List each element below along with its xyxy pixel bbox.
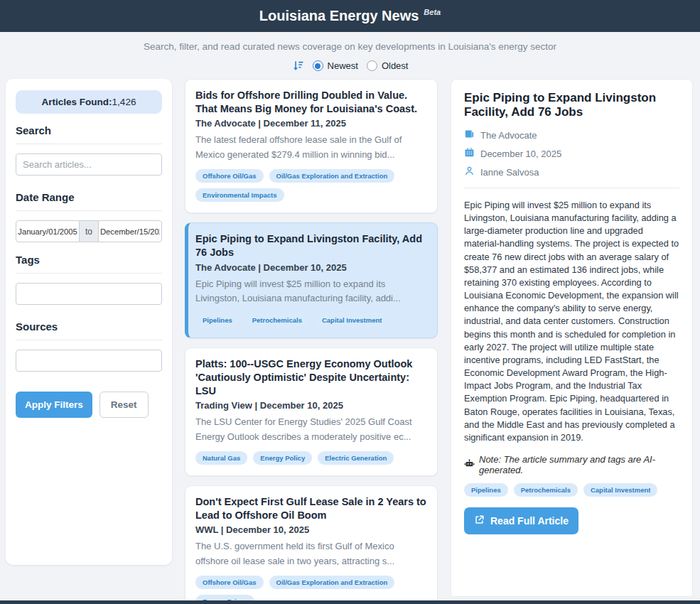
tag-pill: Oil/Gas Exploration and Extraction [269,169,395,183]
detail-title: Epic Piping to Expand Livingston Facilit… [464,91,679,119]
radio-oldest-control[interactable] [367,60,377,71]
article-card[interactable]: Bids for Offshore Drilling Doubled in Va… [185,79,438,213]
sources-input[interactable] [16,350,162,372]
article-card-title: Don't Expect First Gulf Lease Sale in 2 … [195,495,427,522]
person-icon [464,166,475,178]
tag-pill: Petrochemicals [514,483,578,497]
reset-button[interactable]: Reset [99,392,149,418]
sources-section: Sources [16,320,162,383]
article-card-title: Platts: 100--USGC Energy Economy Outlook… [195,357,427,398]
detail-date-row: December 10, 2025 [464,147,679,160]
tag-pill: Capital Investment [583,483,657,497]
search-section: Search [16,124,162,187]
article-card-summary: Epic Piping will invest $25 million to e… [195,277,427,306]
article-card[interactable]: Don't Expect First Gulf Lease Sale in 2 … [185,485,438,604]
tag-pill: Oil/Gas Exploration and Extraction [269,576,395,589]
tag-pill: Pipelines [464,483,508,497]
detail-body: Epic Piping will invest $25 million to e… [464,199,679,444]
section-divider [16,273,162,274]
detail-source-row: The Advocate [464,129,679,141]
filters-sidebar: Articles Found:1,426 Search Date Range t… [6,79,172,565]
article-card[interactable]: Platts: 100--USGC Energy Economy Outlook… [185,347,438,476]
tags-section: Tags [16,254,162,316]
detail-source: The Advocate [480,130,537,141]
detail-tags: PipelinesPetrochemicalsCapital Investmen… [464,483,679,497]
article-card-meta: The Advocate | December 10, 2025 [195,262,427,273]
detail-author-row: Ianne Salvosa [464,166,679,178]
tag-pill: Offshore Oil/Gas [195,169,264,183]
article-card-tags: Offshore Oil/GasOil/Gas Exploration and … [195,169,427,202]
article-card-meta: WWL | December 10, 2025 [195,524,427,535]
article-list[interactable]: Bids for Offshore Drilling Doubled in Va… [185,79,438,604]
date-from-input[interactable] [16,220,80,242]
sort-newest-label: Newest [328,60,358,71]
tags-heading: Tags [16,254,162,266]
robot-icon [464,458,475,471]
detail-divider [464,188,679,188]
search-heading: Search [16,124,162,136]
tag-pill: Energy Policy [253,451,312,465]
date-to-input[interactable] [98,220,162,242]
read-full-article-label: Read Full Article [490,515,569,527]
sources-heading: Sources [16,320,162,333]
tag-pill: Petrochemicals [245,313,309,327]
filter-buttons: Apply Filters Reset [16,392,162,418]
article-card-title: Bids for Offshore Drilling Doubled in Va… [195,89,427,116]
tag-pill: Environmental Impacts [195,188,284,202]
date-range-heading: Date Range [16,191,162,203]
sort-amount-down-icon [292,60,304,72]
calendar-icon [464,147,475,160]
article-card-summary: The LSU Center for Energy Studies' 2025 … [195,415,427,444]
tag-pill: Offshore Oil/Gas [195,576,264,589]
ai-note: Note: The article summary and tags are A… [464,454,679,475]
app-title: Louisiana Energy News [259,8,419,24]
section-divider [16,340,162,340]
main-content: Articles Found:1,426 Search Date Range t… [0,72,700,604]
app-header: Louisiana Energy News Beta [0,0,700,32]
tag-pill: Electric Generation [318,451,394,465]
tag-pill: Natural Gas [195,451,247,465]
article-detail-panel[interactable]: Epic Piping to Expand Livingston Facilit… [451,79,693,597]
sort-oldest-radio[interactable]: Oldest [367,60,409,71]
section-divider [16,144,162,144]
read-full-article-button[interactable]: Read Full Article [464,507,578,534]
detail-date: December 10, 2025 [480,149,561,159]
article-card-tags: PipelinesPetrochemicalsCapital Investmen… [195,313,427,327]
article-card-summary: The latest federal offshore lease sale i… [195,133,427,162]
app-subtitle: Search, filter, and read curated news co… [0,41,700,52]
ai-note-text: Note: The article summary and tags are A… [479,454,679,475]
search-input[interactable] [16,153,162,176]
date-range-section: Date Range to [16,191,162,242]
article-card[interactable]: Epic Piping to Expand Livingston Facilit… [185,222,438,338]
article-card-meta: The Advocate | December 11, 2025 [195,118,427,129]
date-to-separator: to [80,220,98,242]
articles-found-badge: Articles Found:1,426 [16,90,162,114]
sort-bar: Newest Oldest [0,60,700,72]
article-card-meta: Trading View | December 10, 2025 [195,400,427,411]
external-link-icon [474,514,485,527]
article-card-summary: The U.S. government held its first Gulf … [195,539,427,568]
section-divider [16,210,162,211]
date-range-group: to [16,220,162,242]
tag-pill: Capital Investment [315,313,389,327]
sort-oldest-label: Oldest [382,60,409,71]
apply-filters-button[interactable]: Apply Filters [16,392,92,418]
newspaper-icon [464,129,475,141]
sort-newest-radio[interactable]: Newest [313,60,358,71]
beta-badge: Beta [424,8,441,16]
tag-pill: Pipelines [195,313,239,327]
radio-newest-control[interactable] [313,60,323,71]
articles-found-label: Articles Found: [42,97,112,107]
articles-found-count: 1,426 [112,97,136,107]
tags-input[interactable] [16,283,162,305]
article-card-title: Epic Piping to Expand Livingston Facilit… [195,232,427,259]
footer-bar [0,600,700,604]
article-card-tags: Natural GasEnergy PolicyElectric Generat… [195,451,427,465]
detail-author: Ianne Salvosa [480,167,539,178]
